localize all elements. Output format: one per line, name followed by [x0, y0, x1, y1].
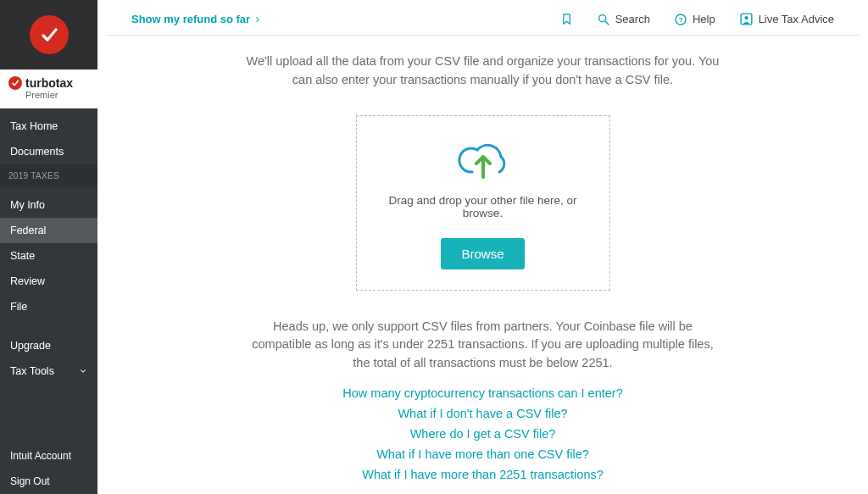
nav-tax-home[interactable]: Tax Home: [0, 114, 97, 139]
nav-my-info[interactable]: My Info: [0, 192, 97, 218]
refund-link-label: Show my refund so far: [131, 13, 250, 25]
brand-name: turbotax: [25, 76, 73, 90]
nav-upgrade[interactable]: Upgrade: [0, 333, 97, 358]
svg-text:?: ?: [678, 16, 682, 24]
nav-state[interactable]: State: [0, 243, 97, 269]
logo-block: [0, 0, 97, 69]
nav-bottom: Intuit Account Sign Out: [0, 443, 97, 494]
nav-primary: Tax Home Documents: [0, 108, 97, 164]
faq-links: How many cryptocurrency transactions can…: [148, 386, 817, 481]
sidebar: turbotax Premier Tax Home Documents 2019…: [0, 0, 97, 494]
nav-tax-tools-label: Tax Tools: [10, 365, 54, 377]
nav-documents[interactable]: Documents: [0, 139, 97, 164]
brand-block: turbotax Premier: [0, 69, 97, 108]
intro-text: We'll upload all the data from your CSV …: [246, 53, 721, 90]
bookmark-action[interactable]: [560, 13, 573, 25]
topbar: Show my refund so far Search ?: [106, 0, 860, 36]
nav-section-header: 2019 TAXES: [0, 164, 97, 187]
nav-tools: Upgrade Tax Tools: [0, 328, 97, 384]
nav-file[interactable]: File: [0, 294, 97, 319]
help-icon: ?: [674, 13, 687, 26]
svg-point-5: [744, 16, 748, 19]
nav-sign-out[interactable]: Sign Out: [0, 469, 97, 494]
bookmark-icon: [560, 13, 573, 25]
logo-icon: [30, 15, 69, 54]
search-label: Search: [615, 13, 650, 25]
browse-button[interactable]: Browse: [441, 238, 524, 269]
person-icon: [739, 12, 754, 26]
top-actions: Search ? Help Live Tax Advice: [560, 12, 834, 26]
chevron-right-icon: [253, 15, 262, 24]
nav-federal[interactable]: Federal: [0, 218, 97, 243]
faq-link-where-csv[interactable]: Where do I get a CSV file?: [148, 427, 817, 441]
brand-edition: Premier: [25, 90, 89, 100]
drop-label: Drag and drop your other file here, or b…: [374, 194, 593, 219]
search-icon: [597, 13, 610, 26]
svg-line-1: [605, 21, 609, 25]
nav-review[interactable]: Review: [0, 269, 97, 294]
live-advice-action[interactable]: Live Tax Advice: [739, 12, 834, 26]
brand-check-icon: [8, 76, 22, 90]
chevron-down-icon: [79, 367, 87, 375]
help-label: Help: [693, 13, 715, 25]
help-action[interactable]: ? Help: [674, 13, 715, 26]
nav-intuit-account[interactable]: Intuit Account: [0, 443, 97, 469]
search-action[interactable]: Search: [597, 13, 650, 26]
nav-tax-items: My Info Federal State Review File: [0, 187, 97, 319]
faq-link-over-limit[interactable]: What if I have more than 2251 transactio…: [148, 468, 817, 481]
refund-link[interactable]: Show my refund so far: [131, 13, 262, 25]
faq-link-transactions-limit[interactable]: How many cryptocurrency transactions can…: [148, 386, 817, 400]
svg-point-0: [598, 14, 605, 21]
live-advice-label: Live Tax Advice: [759, 13, 834, 25]
content: We'll upload all the data from your CSV …: [97, 36, 868, 494]
main: Show my refund so far Search ?: [97, 0, 868, 494]
dropzone[interactable]: Drag and drop your other file here, or b…: [356, 115, 610, 291]
faq-link-no-csv[interactable]: What if I don't have a CSV file?: [148, 407, 817, 420]
faq-link-multi-csv[interactable]: What if I have more than one CSV file?: [148, 447, 817, 461]
nav-tax-tools[interactable]: Tax Tools: [0, 358, 97, 384]
cloud-upload-icon: [374, 140, 593, 182]
heads-up-text: Heads up, we only support CSV files from…: [246, 318, 721, 373]
